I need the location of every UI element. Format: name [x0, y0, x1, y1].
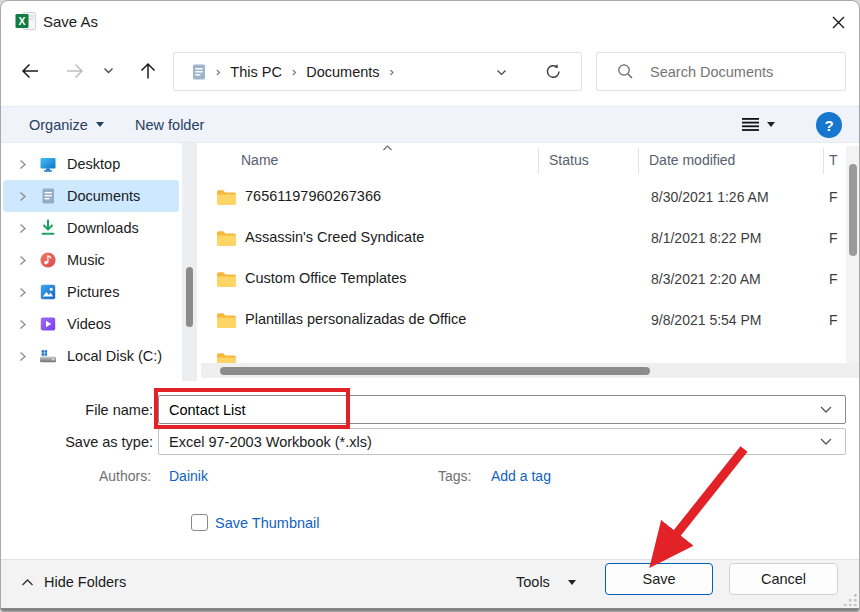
sidebar-item-videos[interactable]: Videos	[3, 308, 179, 340]
recent-locations-chevron-icon[interactable]	[101, 63, 116, 78]
sidebar-scrollbar[interactable]	[182, 143, 197, 381]
breadcrumb-this-pc[interactable]: This PC	[226, 64, 286, 80]
save-as-type-label: Save as type:	[41, 434, 153, 450]
dropdown-triangle-icon	[568, 580, 576, 585]
excel-app-icon: X	[15, 11, 37, 31]
hide-folders-button[interactable]: Hide Folders	[21, 574, 126, 590]
file-row[interactable]: Custom Office Templates 8/3/2021 2:20 AM…	[201, 259, 846, 300]
close-icon[interactable]	[823, 7, 853, 37]
breadcrumb: › This PC › Documents ›	[173, 52, 582, 91]
breadcrumb-separator-icon: ›	[286, 64, 302, 79]
sidebar-item-downloads[interactable]: Downloads	[3, 212, 179, 244]
drive-icon	[39, 379, 67, 381]
sidebar-item-local-disk-c[interactable]: Local Disk (C:)	[3, 340, 179, 372]
window-title: Save As	[43, 13, 98, 30]
authors-label: Authors:	[99, 468, 151, 484]
title-bar: X Save As	[1, 1, 859, 45]
up-arrow-icon[interactable]	[135, 58, 161, 84]
tags-label: Tags:	[438, 468, 471, 484]
local-disk-icon	[39, 347, 67, 365]
music-icon	[39, 251, 67, 269]
file-row[interactable]: Assassin's Creed Syndicate 8/1/2021 8:22…	[201, 218, 846, 259]
breadcrumb-separator-icon: ›	[384, 64, 400, 79]
file-row[interactable]: Plantillas personalizadas de Office 9/8/…	[201, 300, 846, 341]
videos-icon	[39, 315, 67, 333]
file-list-header: Name Status Date modified T	[201, 146, 846, 176]
folder-icon	[216, 312, 237, 329]
save-thumbnail-checkbox[interactable]	[191, 514, 208, 531]
sidebar-scrollbar-thumb[interactable]	[186, 267, 193, 327]
column-header-name[interactable]: Name	[241, 152, 278, 168]
downloads-icon	[39, 219, 67, 237]
dropdown-triangle-icon	[767, 122, 775, 127]
sort-ascending-icon	[381, 144, 394, 152]
file-name-field	[158, 395, 846, 424]
expand-chevron-icon[interactable]	[3, 254, 39, 267]
file-list-vertical-scrollbar-thumb[interactable]	[849, 164, 857, 256]
expand-chevron-icon[interactable]	[3, 190, 39, 203]
sidebar-item-music[interactable]: Music	[3, 244, 179, 276]
save-as-dialog: X Save As › This PC › Documents	[0, 0, 860, 612]
column-divider[interactable]	[823, 148, 824, 174]
column-header-status[interactable]: Status	[549, 152, 589, 168]
new-folder-button[interactable]: New folder	[135, 107, 204, 142]
help-icon[interactable]: ?	[816, 112, 842, 138]
resize-grip[interactable]	[844, 594, 858, 606]
breadcrumb-separator-icon: ›	[210, 64, 226, 79]
dropdown-triangle-icon	[96, 122, 104, 127]
folder-icon	[216, 352, 237, 363]
sidebar-item-pictures[interactable]: Pictures	[3, 276, 179, 308]
save-as-type-value: Excel 97-2003 Workbook (*.xls)	[159, 434, 819, 450]
file-list-horizontal-scrollbar-thumb[interactable]	[220, 367, 650, 375]
save-thumbnail-label[interactable]: Save Thumbnail	[215, 515, 320, 531]
folder-location-icon	[190, 63, 208, 81]
chevron-down-icon[interactable]	[819, 405, 833, 414]
file-list: 76561197960267366 8/30/2021 1:26 AM F As…	[201, 177, 846, 363]
pictures-icon	[39, 283, 67, 301]
sidebar-item-media-d[interactable]: Media (D:)	[3, 372, 179, 381]
folder-icon	[216, 271, 237, 288]
expand-chevron-icon[interactable]	[3, 222, 39, 235]
column-divider[interactable]	[638, 148, 639, 174]
back-arrow-icon[interactable]	[17, 58, 43, 84]
cancel-button[interactable]: Cancel	[729, 563, 838, 595]
list-view-icon	[742, 117, 759, 132]
save-button[interactable]: Save	[605, 563, 713, 595]
address-dropdown-chevron-icon[interactable]	[494, 65, 509, 80]
chevron-up-icon	[21, 578, 34, 587]
file-name-label: File name:	[41, 402, 153, 418]
svg-text:X: X	[18, 15, 25, 27]
folder-icon	[216, 189, 237, 206]
add-a-tag-link[interactable]: Add a tag	[491, 468, 551, 484]
column-header-date-modified[interactable]: Date modified	[649, 152, 735, 168]
expand-chevron-icon[interactable]	[3, 158, 39, 171]
file-row[interactable]: 76561197960267366 8/30/2021 1:26 AM F	[201, 177, 846, 218]
expand-chevron-icon[interactable]	[3, 318, 39, 331]
chevron-down-icon[interactable]	[819, 437, 833, 446]
view-options-button[interactable]	[742, 107, 775, 142]
documents-icon	[39, 187, 67, 205]
expand-chevron-icon[interactable]	[3, 350, 39, 363]
file-row-partial[interactable]	[201, 341, 846, 363]
authors-value-link[interactable]: Dainik	[169, 468, 208, 484]
column-divider[interactable]	[538, 148, 539, 174]
sidebar-item-documents[interactable]: Documents	[3, 180, 179, 212]
tools-dropdown-button[interactable]: Tools	[516, 574, 576, 590]
search-icon	[617, 63, 634, 80]
search-box	[596, 52, 846, 91]
save-as-type-dropdown[interactable]: Excel 97-2003 Workbook (*.xls)	[158, 428, 846, 455]
file-name-input[interactable]	[159, 401, 819, 419]
navigation-pane: Desktop Documents	[1, 143, 201, 381]
desktop-icon	[39, 155, 67, 173]
column-header-type[interactable]: T	[829, 152, 838, 168]
expand-chevron-icon[interactable]	[3, 286, 39, 299]
forward-arrow-icon[interactable]	[62, 58, 88, 84]
organize-button[interactable]: Organize	[29, 107, 104, 142]
sidebar-item-desktop[interactable]: Desktop	[3, 148, 179, 180]
search-input[interactable]	[648, 63, 832, 81]
breadcrumb-documents[interactable]: Documents	[302, 64, 383, 80]
window-bottom-edge	[1, 608, 859, 612]
refresh-icon[interactable]	[544, 62, 563, 81]
command-toolbar: Organize New folder ?	[1, 106, 859, 143]
folder-icon	[216, 230, 237, 247]
